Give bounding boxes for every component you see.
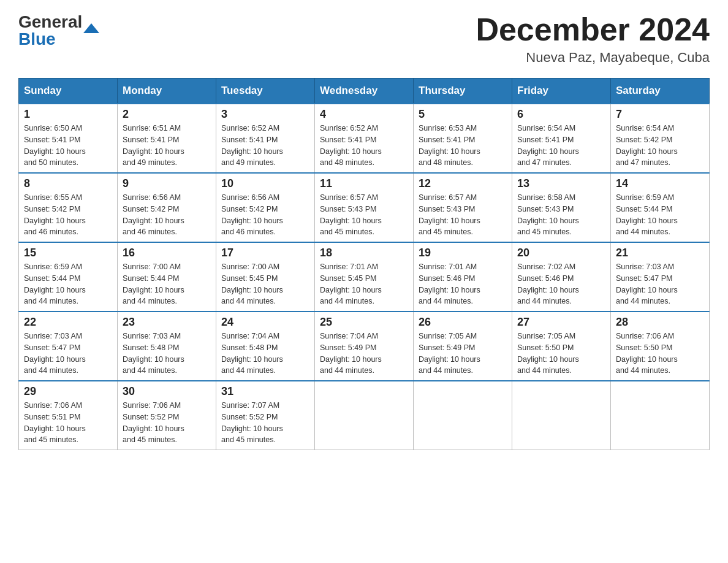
calendar-table: SundayMondayTuesdayWednesdayThursdayFrid… — [18, 78, 710, 450]
day-info: Sunrise: 7:00 AMSunset: 5:45 PMDaylight:… — [221, 261, 309, 307]
day-number: 3 — [221, 108, 309, 121]
day-info: Sunrise: 6:56 AMSunset: 5:42 PMDaylight:… — [123, 192, 211, 238]
logo: General Blue — [18, 12, 99, 49]
day-info: Sunrise: 7:06 AMSunset: 5:52 PMDaylight:… — [123, 400, 211, 446]
calendar-cell: 8Sunrise: 6:55 AMSunset: 5:42 PMDaylight… — [19, 173, 118, 242]
day-info: Sunrise: 6:54 AMSunset: 5:42 PMDaylight:… — [616, 123, 704, 169]
day-number: 1 — [24, 108, 112, 121]
weekday-header-monday: Monday — [118, 79, 216, 104]
calendar-cell — [315, 381, 414, 450]
calendar-cell: 11Sunrise: 6:57 AMSunset: 5:43 PMDayligh… — [315, 173, 414, 242]
day-info: Sunrise: 6:57 AMSunset: 5:43 PMDaylight:… — [320, 192, 408, 238]
logo-area: General Blue — [18, 12, 99, 49]
calendar-cell: 21Sunrise: 7:03 AMSunset: 5:47 PMDayligh… — [611, 242, 710, 312]
calendar-cell: 3Sunrise: 6:52 AMSunset: 5:41 PMDaylight… — [216, 104, 315, 173]
calendar-cell: 14Sunrise: 6:59 AMSunset: 5:44 PMDayligh… — [611, 173, 710, 242]
location-title: Nueva Paz, Mayabeque, Cuba — [476, 50, 710, 66]
day-info: Sunrise: 6:52 AMSunset: 5:41 PMDaylight:… — [221, 123, 309, 169]
calendar-cell: 6Sunrise: 6:54 AMSunset: 5:41 PMDaylight… — [512, 104, 611, 173]
calendar-cell: 20Sunrise: 7:02 AMSunset: 5:46 PMDayligh… — [512, 242, 611, 312]
day-number: 17 — [221, 247, 309, 259]
week-row-1: 1Sunrise: 6:50 AMSunset: 5:41 PMDaylight… — [19, 104, 710, 173]
day-info: Sunrise: 7:04 AMSunset: 5:49 PMDaylight:… — [320, 331, 408, 377]
day-info: Sunrise: 7:02 AMSunset: 5:46 PMDaylight:… — [517, 261, 605, 307]
calendar-cell: 12Sunrise: 6:57 AMSunset: 5:43 PMDayligh… — [414, 173, 512, 242]
day-info: Sunrise: 7:06 AMSunset: 5:50 PMDaylight:… — [616, 331, 704, 377]
day-number: 18 — [320, 247, 408, 259]
weekday-header-wednesday: Wednesday — [315, 79, 414, 104]
title-area: December 2024 Nueva Paz, Mayabeque, Cuba — [476, 12, 710, 66]
day-number: 2 — [123, 108, 211, 121]
day-info: Sunrise: 7:03 AMSunset: 5:47 PMDaylight:… — [616, 261, 704, 307]
day-number: 10 — [221, 177, 309, 190]
calendar-cell: 31Sunrise: 7:07 AMSunset: 5:52 PMDayligh… — [216, 381, 315, 450]
calendar-cell: 9Sunrise: 6:56 AMSunset: 5:42 PMDaylight… — [118, 173, 216, 242]
day-number: 8 — [24, 177, 112, 190]
day-number: 5 — [419, 108, 507, 121]
calendar-cell: 25Sunrise: 7:04 AMSunset: 5:49 PMDayligh… — [315, 312, 414, 381]
calendar-cell: 2Sunrise: 6:51 AMSunset: 5:41 PMDaylight… — [118, 104, 216, 173]
day-info: Sunrise: 7:06 AMSunset: 5:51 PMDaylight:… — [24, 400, 112, 446]
day-number: 24 — [221, 316, 309, 329]
calendar-cell: 26Sunrise: 7:05 AMSunset: 5:49 PMDayligh… — [414, 312, 512, 381]
calendar-cell: 4Sunrise: 6:52 AMSunset: 5:41 PMDaylight… — [315, 104, 414, 173]
page-header: General Blue December 2024 Nueva Paz, Ma… — [18, 12, 710, 66]
day-info: Sunrise: 7:04 AMSunset: 5:48 PMDaylight:… — [221, 331, 309, 377]
day-number: 31 — [221, 385, 309, 398]
day-number: 29 — [24, 385, 112, 398]
calendar-cell: 18Sunrise: 7:01 AMSunset: 5:45 PMDayligh… — [315, 242, 414, 312]
day-number: 19 — [419, 247, 507, 259]
week-row-4: 22Sunrise: 7:03 AMSunset: 5:47 PMDayligh… — [19, 312, 710, 381]
logo-blue-text: Blue — [18, 29, 56, 48]
calendar-cell: 5Sunrise: 6:53 AMSunset: 5:41 PMDaylight… — [414, 104, 512, 173]
calendar-cell — [414, 381, 512, 450]
day-number: 14 — [616, 177, 704, 190]
day-number: 23 — [123, 316, 211, 329]
day-info: Sunrise: 6:53 AMSunset: 5:41 PMDaylight:… — [419, 123, 507, 169]
calendar-cell: 19Sunrise: 7:01 AMSunset: 5:46 PMDayligh… — [414, 242, 512, 312]
calendar-cell: 7Sunrise: 6:54 AMSunset: 5:42 PMDaylight… — [611, 104, 710, 173]
day-info: Sunrise: 7:03 AMSunset: 5:47 PMDaylight:… — [24, 331, 112, 377]
week-row-3: 15Sunrise: 6:59 AMSunset: 5:44 PMDayligh… — [19, 242, 710, 312]
calendar-cell — [611, 381, 710, 450]
day-number: 12 — [419, 177, 507, 190]
day-info: Sunrise: 7:05 AMSunset: 5:50 PMDaylight:… — [517, 331, 605, 377]
day-info: Sunrise: 7:07 AMSunset: 5:52 PMDaylight:… — [221, 400, 309, 446]
day-info: Sunrise: 7:00 AMSunset: 5:44 PMDaylight:… — [123, 261, 211, 307]
day-number: 22 — [24, 316, 112, 329]
day-info: Sunrise: 6:52 AMSunset: 5:41 PMDaylight:… — [320, 123, 408, 169]
day-number: 20 — [517, 247, 605, 259]
day-number: 13 — [517, 177, 605, 190]
day-number: 28 — [616, 316, 704, 329]
calendar-cell: 17Sunrise: 7:00 AMSunset: 5:45 PMDayligh… — [216, 242, 315, 312]
calendar-cell: 27Sunrise: 7:05 AMSunset: 5:50 PMDayligh… — [512, 312, 611, 381]
calendar-cell: 22Sunrise: 7:03 AMSunset: 5:47 PMDayligh… — [19, 312, 118, 381]
calendar-cell: 10Sunrise: 6:56 AMSunset: 5:42 PMDayligh… — [216, 173, 315, 242]
weekday-header-tuesday: Tuesday — [216, 79, 315, 104]
day-info: Sunrise: 6:59 AMSunset: 5:44 PMDaylight:… — [616, 192, 704, 238]
day-number: 4 — [320, 108, 408, 121]
calendar-cell: 15Sunrise: 6:59 AMSunset: 5:44 PMDayligh… — [19, 242, 118, 312]
day-number: 25 — [320, 316, 408, 329]
day-info: Sunrise: 6:54 AMSunset: 5:41 PMDaylight:… — [517, 123, 605, 169]
calendar-cell: 1Sunrise: 6:50 AMSunset: 5:41 PMDaylight… — [19, 104, 118, 173]
calendar-cell: 28Sunrise: 7:06 AMSunset: 5:50 PMDayligh… — [611, 312, 710, 381]
day-info: Sunrise: 6:51 AMSunset: 5:41 PMDaylight:… — [123, 123, 211, 169]
day-info: Sunrise: 7:03 AMSunset: 5:48 PMDaylight:… — [123, 331, 211, 377]
day-number: 27 — [517, 316, 605, 329]
month-title: December 2024 — [476, 12, 710, 47]
calendar-cell: 24Sunrise: 7:04 AMSunset: 5:48 PMDayligh… — [216, 312, 315, 381]
day-info: Sunrise: 6:58 AMSunset: 5:43 PMDaylight:… — [517, 192, 605, 238]
weekday-header-saturday: Saturday — [611, 79, 710, 104]
weekday-header-friday: Friday — [512, 79, 611, 104]
day-number: 7 — [616, 108, 704, 121]
calendar-cell: 13Sunrise: 6:58 AMSunset: 5:43 PMDayligh… — [512, 173, 611, 242]
calendar-cell: 16Sunrise: 7:00 AMSunset: 5:44 PMDayligh… — [118, 242, 216, 312]
day-number: 30 — [123, 385, 211, 398]
weekday-header-row: SundayMondayTuesdayWednesdayThursdayFrid… — [19, 79, 710, 104]
day-info: Sunrise: 6:55 AMSunset: 5:42 PMDaylight:… — [24, 192, 112, 238]
day-number: 11 — [320, 177, 408, 190]
day-info: Sunrise: 7:01 AMSunset: 5:45 PMDaylight:… — [320, 261, 408, 307]
day-number: 9 — [123, 177, 211, 190]
day-number: 15 — [24, 247, 112, 259]
